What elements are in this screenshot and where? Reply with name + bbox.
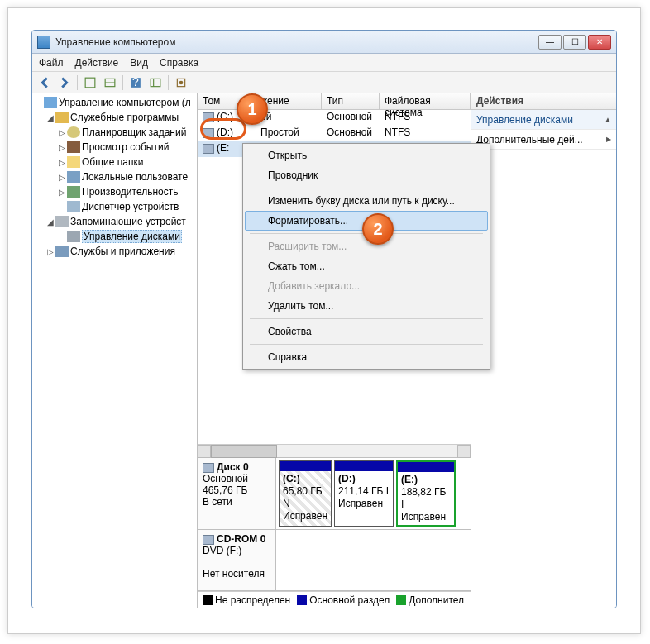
callout-1: 1	[237, 93, 268, 125]
actions-panel: Действия Управление дисками▲ Дополнитель…	[471, 93, 616, 608]
tree-device-manager[interactable]: Диспетчер устройств	[82, 201, 179, 212]
tree-storage[interactable]: Запоминающие устройст	[70, 216, 186, 227]
window-title: Управление компьютером	[55, 36, 538, 48]
svg-point-8	[179, 80, 184, 84]
event-icon	[67, 141, 80, 153]
partition[interactable]: (C:)65,80 ГБ NИсправен	[279, 460, 332, 527]
tool-5[interactable]	[172, 74, 190, 92]
h-scrollbar[interactable]	[198, 444, 471, 457]
tree-shared-folders[interactable]: Общие папки	[82, 156, 143, 168]
back-button[interactable]	[36, 74, 54, 92]
device-icon	[67, 201, 80, 212]
tree-task-scheduler[interactable]: Планировщик заданий	[82, 126, 186, 138]
context-menu: Открыть Проводник Изменить букву диска и…	[242, 143, 490, 370]
legend-extended: Дополнител	[409, 594, 464, 606]
app-icon	[37, 36, 50, 49]
storage-icon	[55, 216, 69, 227]
menu-file[interactable]: Файл	[39, 57, 64, 69]
menu-view[interactable]: Вид	[130, 57, 148, 69]
callout-ring-1	[200, 118, 246, 140]
disk-mgmt-icon	[67, 231, 80, 242]
perf-icon	[67, 186, 80, 198]
disk-row: CD-ROM 0DVD (F:)Нет носителя	[198, 530, 471, 591]
maximize-button[interactable]: ☐	[563, 35, 586, 50]
ctx-open[interactable]: Открыть	[245, 145, 488, 165]
help-button[interactable]: ?	[127, 74, 145, 92]
legend-extended-swatch	[396, 595, 406, 605]
svg-rect-0	[85, 78, 95, 88]
tools-icon	[55, 112, 69, 123]
legend-unallocated: Не распределен	[215, 594, 290, 606]
disk-row: Диск 0Основной465,76 ГБВ сети(C:)65,80 Г…	[198, 458, 471, 530]
col-filesystem[interactable]: Файловая система	[380, 93, 471, 109]
titlebar: Управление компьютером — ☐ ✕	[32, 31, 616, 54]
actions-disk-management[interactable]: Управление дисками▲	[471, 110, 616, 130]
menu-action[interactable]: Действие	[75, 57, 119, 69]
tree-services[interactable]: Службы и приложения	[70, 246, 175, 257]
minimize-button[interactable]: —	[538, 35, 562, 50]
ctx-shrink[interactable]: Сжать том...	[245, 256, 488, 276]
partition[interactable]: (D:)211,14 ГБ IИсправен	[334, 460, 394, 527]
callout-2: 2	[362, 213, 394, 245]
ctx-mirror: Добавить зеркало...	[245, 276, 488, 296]
close-button[interactable]: ✕	[588, 35, 611, 50]
tree-root[interactable]: Управление компьютером (л	[59, 97, 191, 108]
svg-text:?: ?	[132, 77, 139, 88]
folder-icon	[67, 156, 80, 168]
forward-button[interactable]	[55, 74, 74, 92]
ctx-properties[interactable]: Свойства	[245, 322, 488, 341]
users-icon	[67, 171, 80, 183]
menubar: Файл Действие Вид Справка	[32, 54, 616, 72]
tree-event-viewer[interactable]: Просмотр событий	[82, 141, 169, 153]
tool-4[interactable]	[146, 74, 165, 92]
chevron-right-icon: ▶	[606, 136, 611, 143]
col-type[interactable]: Тип	[322, 93, 380, 109]
toolbar: ?	[32, 72, 616, 93]
legend-primary: Основной раздел	[309, 594, 390, 606]
tree-local-users[interactable]: Локальные пользовате	[82, 171, 188, 183]
services-icon	[55, 246, 69, 257]
partition[interactable]: (E:)188,82 ГБ IИсправен	[396, 460, 456, 527]
ctx-delete[interactable]: Удалить том...	[245, 296, 488, 316]
tool-1[interactable]	[81, 74, 99, 92]
disk-icon	[203, 463, 214, 473]
actions-more[interactable]: Дополнительные дей...▶	[471, 130, 616, 150]
disk-header: Диск 0Основной465,76 ГБВ сети	[198, 458, 276, 529]
ctx-explorer[interactable]: Проводник	[245, 165, 488, 185]
legend-unallocated-swatch	[203, 595, 213, 605]
ctx-help[interactable]: Справка	[245, 347, 488, 367]
tree-performance[interactable]: Производительность	[82, 186, 178, 198]
actions-header: Действия	[471, 93, 616, 110]
menu-help[interactable]: Справка	[160, 57, 198, 69]
scroll-thumb[interactable]	[211, 445, 277, 458]
scroll-left[interactable]	[198, 445, 211, 458]
ctx-change-letter[interactable]: Изменить букву диска или путь к диску...	[245, 191, 488, 211]
legend-primary-swatch	[297, 595, 307, 605]
expand-icon: ▲	[605, 116, 611, 123]
disk-header: CD-ROM 0DVD (F:)Нет носителя	[198, 530, 276, 590]
scheduler-icon	[67, 126, 80, 138]
legend: Не распределен Основной раздел Дополните…	[198, 591, 471, 608]
disk-icon	[203, 535, 214, 545]
tree-system-tools[interactable]: Служебные программы	[70, 112, 179, 123]
disk-graphical-view: Диск 0Основной465,76 ГБВ сети(C:)65,80 Г…	[198, 457, 471, 591]
tree-disk-management[interactable]: Управление дисками	[82, 230, 182, 243]
svg-rect-5	[151, 79, 160, 86]
drive-icon	[203, 144, 214, 154]
tool-2[interactable]	[101, 74, 119, 92]
scroll-right[interactable]	[457, 445, 471, 458]
computer-icon	[44, 97, 57, 108]
nav-tree[interactable]: Управление компьютером (л ◢Служебные про…	[32, 93, 198, 608]
